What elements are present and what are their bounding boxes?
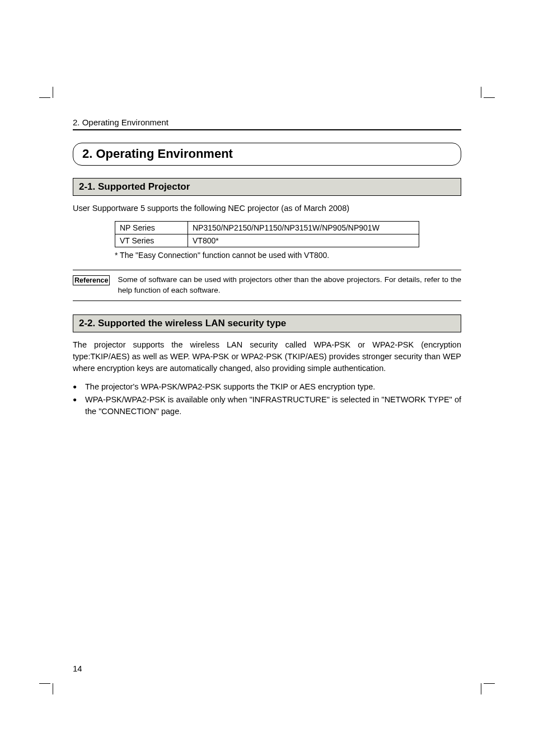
reference-text: Some of software can be used with projec… xyxy=(118,275,461,296)
bullet-list: The projector's WPA-PSK/WPA2-PSK support… xyxy=(73,381,461,417)
projector-table-wrap: NP Series NP3150/NP2150/NP1150/NP3151W/N… xyxy=(115,221,419,247)
page-number: 14 xyxy=(73,664,82,673)
chapter-title: 2. Operating Environment xyxy=(82,147,452,161)
reference-block: Reference Some of software can be used w… xyxy=(73,270,461,301)
table-row: NP Series NP3150/NP2150/NP1150/NP3151W/N… xyxy=(115,222,419,234)
reference-badge: Reference xyxy=(73,275,110,285)
section-2-1: 2-1. Supported Projector User Supportwar… xyxy=(73,178,461,301)
section-2-2: 2-2. Supported the wireless LAN security… xyxy=(73,314,461,417)
bullet-text: WPA-PSK/WPA2-PSK is available only when … xyxy=(85,395,461,416)
table-cell-series: VT Series xyxy=(115,234,188,247)
table-row: VT Series VT800* xyxy=(115,234,419,247)
crop-mark-bottom-left xyxy=(39,672,62,694)
list-item: WPA-PSK/WPA2-PSK is available only when … xyxy=(73,394,461,417)
section-heading-2-2: 2-2. Supported the wireless LAN security… xyxy=(73,314,461,332)
bullet-text: The projector's WPA-PSK/WPA2-PSK support… xyxy=(85,382,375,391)
chapter-title-box: 2. Operating Environment xyxy=(73,143,461,166)
crop-mark-top-right xyxy=(472,87,495,109)
projector-table: NP Series NP3150/NP2150/NP1150/NP3151W/N… xyxy=(115,221,419,247)
table-footnote: * The "Easy Connection" function cannot … xyxy=(115,251,419,260)
header-divider xyxy=(73,129,461,130)
table-cell-series: NP Series xyxy=(115,222,188,234)
crop-mark-bottom-right xyxy=(472,672,495,694)
section-2-1-intro: User Supportware 5 supports the followin… xyxy=(73,203,461,214)
section-heading-2-1: 2-1. Supported Projector xyxy=(73,178,461,196)
crop-mark-top-left xyxy=(39,87,62,109)
running-head: 2. Operating Environment xyxy=(73,118,461,127)
document-page: 2. Operating Environment 2. Operating En… xyxy=(0,0,534,756)
section-2-2-para: The projector supports the wireless LAN … xyxy=(73,339,461,374)
table-cell-models: NP3150/NP2150/NP1150/NP3151W/NP905/NP901… xyxy=(188,222,419,234)
list-item: The projector's WPA-PSK/WPA2-PSK support… xyxy=(73,381,461,393)
table-cell-models: VT800* xyxy=(188,234,419,247)
